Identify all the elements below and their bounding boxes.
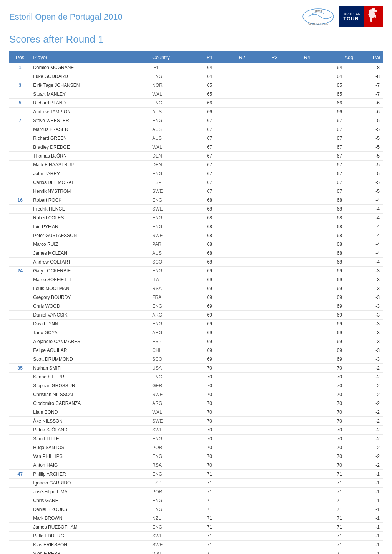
- cell-player: Felipe AGUILAR: [31, 346, 150, 355]
- cell-par: -1: [356, 470, 383, 479]
- cell-par: -5: [356, 178, 383, 187]
- page-title: Estoril Open de Portugal 2010: [9, 12, 123, 22]
- cell-r2: [226, 461, 258, 470]
- cell-r4: [291, 293, 323, 302]
- cell-pos: 16: [9, 196, 31, 205]
- cell-country: ARG: [150, 311, 193, 320]
- table-row: Clodomiro CARRANZAARG7070-2: [9, 399, 383, 408]
- cell-par: -5: [356, 116, 383, 125]
- cell-r1: 71: [193, 505, 226, 514]
- table-row: Bradley DREDGEWAL6767-5: [9, 143, 383, 152]
- cell-r3: [258, 514, 291, 523]
- cell-agg: 68: [323, 196, 356, 205]
- cell-agg: 67: [323, 116, 356, 125]
- svg-text:OPEN PORTUGAL: OPEN PORTUGAL: [308, 23, 328, 25]
- cell-country: SCO: [150, 258, 193, 267]
- cell-par: -4: [356, 214, 383, 222]
- cell-agg: 68: [323, 222, 356, 231]
- cell-r2: [226, 63, 258, 72]
- cell-r1: 69: [193, 284, 226, 293]
- cell-r2: [226, 399, 258, 408]
- cell-pos: [9, 505, 31, 514]
- cell-r3: [258, 196, 291, 205]
- table-row: Luke GODDARDENG6464-8: [9, 72, 383, 81]
- cell-pos: [9, 399, 31, 408]
- cell-r1: 67: [193, 143, 226, 152]
- cell-r2: [226, 143, 258, 152]
- cell-country: WAL: [150, 90, 193, 99]
- cell-r2: [226, 452, 258, 461]
- col-country: Country: [150, 51, 193, 63]
- cell-r4: [291, 549, 323, 554]
- table-row: James RUEBOTHAMENG7171-1: [9, 523, 383, 532]
- cell-r3: [258, 408, 291, 417]
- cell-pos: [9, 169, 31, 178]
- cell-agg: 70: [323, 452, 356, 461]
- table-row: Van PHILLIPSENG7070-2: [9, 452, 383, 461]
- cell-r2: [226, 408, 258, 417]
- cell-player: Phillip ARCHER: [31, 470, 150, 479]
- cell-r3: [258, 461, 291, 470]
- cell-r4: [291, 267, 323, 275]
- cell-par: -2: [356, 373, 383, 381]
- cell-player: Marco RUIZ: [31, 240, 150, 249]
- cell-pos: [9, 205, 31, 214]
- cell-agg: 70: [323, 381, 356, 390]
- cell-par: -3: [356, 328, 383, 337]
- cell-country: ENG: [150, 452, 193, 461]
- cell-r2: [226, 275, 258, 284]
- cell-r1: 70: [193, 426, 226, 435]
- cell-r1: 71: [193, 488, 226, 496]
- cell-r2: [226, 373, 258, 381]
- cell-par: -8: [356, 72, 383, 81]
- european-tour-bird: [364, 6, 383, 27]
- cell-r2: [226, 311, 258, 320]
- cell-pos: 5: [9, 99, 31, 108]
- cell-country: SWE: [150, 187, 193, 196]
- cell-r2: [226, 514, 258, 523]
- cell-pos: [9, 231, 31, 240]
- cell-pos: [9, 381, 31, 390]
- cell-r1: 69: [193, 337, 226, 346]
- cell-r2: [226, 496, 258, 505]
- table-row: Richard GREENAUS6767-5: [9, 134, 383, 143]
- cell-player: David LYNN: [31, 320, 150, 328]
- cell-player: John PARRY: [31, 169, 150, 178]
- table-row: Louis MOOLMANRSA6969-3: [9, 284, 383, 293]
- cell-country: ENG: [150, 302, 193, 311]
- cell-player: Henrik NYSTRÖM: [31, 187, 150, 196]
- cell-country: SWE: [150, 426, 193, 435]
- cell-player: Marco SOFFIETTI: [31, 275, 150, 284]
- cell-agg: 64: [323, 72, 356, 81]
- cell-pos: 3: [9, 81, 31, 90]
- cell-r2: [226, 240, 258, 249]
- cell-par: -2: [356, 435, 383, 443]
- cell-player: Richard GREEN: [31, 134, 150, 143]
- cell-player: Andrew COLTART: [31, 258, 150, 267]
- cell-r4: [291, 125, 323, 134]
- cell-r3: [258, 364, 291, 373]
- cell-pos: [9, 125, 31, 134]
- cell-country: AUS: [150, 249, 193, 258]
- cell-agg: 67: [323, 152, 356, 161]
- cell-r3: [258, 505, 291, 514]
- cell-r2: [226, 99, 258, 108]
- cell-r2: [226, 125, 258, 134]
- cell-agg: 70: [323, 426, 356, 435]
- cell-player: Damien MCGRANE: [31, 63, 150, 72]
- cell-r2: [226, 214, 258, 222]
- cell-r1: 69: [193, 346, 226, 355]
- cell-country: SWE: [150, 417, 193, 426]
- cell-r4: [291, 116, 323, 125]
- table-row: 7Steve WEBSTERENG6767-5: [9, 116, 383, 125]
- cell-player: Luke GODDARD: [31, 72, 150, 81]
- cell-par: -1: [356, 496, 383, 505]
- cell-r3: [258, 523, 291, 532]
- svg-text:estoril: estoril: [315, 9, 322, 12]
- cell-pos: 1: [9, 63, 31, 72]
- cell-player: Klas ERIKSSON: [31, 541, 150, 549]
- cell-agg: 67: [323, 161, 356, 169]
- cell-pos: [9, 90, 31, 99]
- cell-r3: [258, 63, 291, 72]
- cell-r1: 70: [193, 364, 226, 373]
